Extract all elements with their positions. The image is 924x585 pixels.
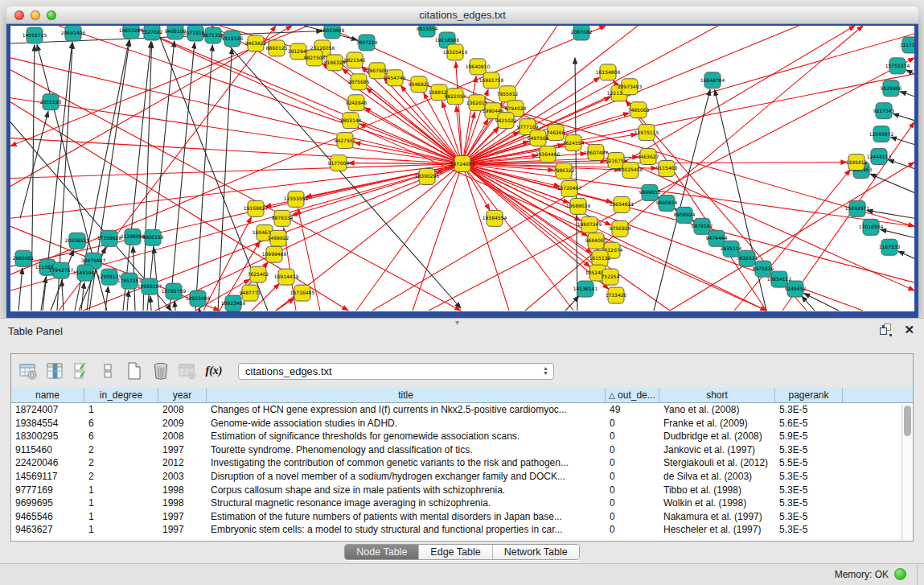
graph-node[interactable]: 9827508 bbox=[304, 50, 326, 66]
close-panel-icon[interactable]: ✕ bbox=[904, 324, 914, 336]
graph-node[interactable]: 9421022 bbox=[495, 113, 517, 129]
vertical-scrollbar[interactable] bbox=[901, 404, 913, 541]
graph-node[interactable]: 8860123 bbox=[266, 40, 288, 56]
graph-node[interactable]: 20206535 bbox=[65, 233, 90, 249]
table-mode-icon[interactable] bbox=[18, 360, 39, 381]
table-selector[interactable]: citations_edges.txt ▲▼ bbox=[238, 363, 554, 380]
graph-node[interactable]: 9806158 bbox=[142, 229, 164, 245]
column-header-in_degree[interactable]: in_degree bbox=[84, 388, 158, 402]
graph-node[interactable]: 12444113 bbox=[867, 149, 892, 165]
graph-node[interactable]: 746266 bbox=[547, 125, 565, 141]
graph-node[interactable]: 12093872 bbox=[869, 126, 894, 142]
tab-edge-table[interactable]: Edge Table bbox=[419, 545, 492, 559]
column-header-name[interactable]: name bbox=[11, 388, 84, 402]
table-row[interactable]: 1938455462009Genome-wide association stu… bbox=[11, 417, 913, 431]
graph-node[interactable]: 9427552 bbox=[335, 133, 356, 149]
network-window-titlebar[interactable]: citations_edges.txt bbox=[6, 6, 918, 24]
graph-node[interactable]: 8822057 bbox=[445, 89, 466, 105]
graph-node[interactable]: 1615132 bbox=[589, 250, 611, 266]
graph-node[interactable]: 8958924 bbox=[674, 207, 696, 223]
graph-node[interactable]: 15892971 bbox=[845, 200, 870, 216]
table-row[interactable]: 1830029562008Estimation of significance … bbox=[11, 430, 913, 443]
column-header-title[interactable]: title bbox=[207, 388, 606, 402]
graph-node[interactable]: 18807249 bbox=[577, 216, 602, 233]
float-panel-icon[interactable] bbox=[880, 323, 893, 336]
graph-node[interactable]: 1167533 bbox=[879, 239, 901, 255]
column-header-year[interactable]: year bbox=[158, 388, 207, 402]
graph-node[interactable]: 9546821 bbox=[409, 76, 430, 93]
graph-node[interactable]: 3624554 bbox=[563, 135, 585, 151]
graph-node[interactable]: 9756928 bbox=[610, 220, 631, 237]
graph-node[interactable]: 1499822 bbox=[268, 230, 290, 246]
graph-node[interactable]: 10688639 bbox=[566, 198, 591, 214]
function-builder-icon[interactable]: f(x) bbox=[203, 360, 224, 381]
table-row[interactable]: 946554611997Estimation of the future num… bbox=[11, 510, 913, 524]
table-row[interactable]: 946362711997Embryonic stem cells: a mode… bbox=[11, 523, 913, 537]
graph-node[interactable]: 9821546 bbox=[344, 52, 366, 68]
network-canvas[interactable]: 1405571520691406106532671527602946616010… bbox=[10, 26, 914, 311]
table-header-row[interactable]: namein_degreeyeartitle△ out_de...shortpa… bbox=[11, 388, 913, 403]
table-row[interactable]: 969969511998Structural magnetic resonanc… bbox=[11, 496, 913, 510]
graph-node[interactable]: 9899655 bbox=[639, 184, 661, 200]
graph-node[interactable]: 8471626 bbox=[753, 261, 774, 277]
graph-node[interactable]: 9671358 bbox=[203, 27, 224, 43]
graph-node[interactable]: 9115460 bbox=[656, 161, 678, 177]
graph-node[interactable]: 9242848 bbox=[346, 95, 368, 111]
tab-network-table[interactable]: Network Table bbox=[493, 545, 579, 559]
column-header-pagerank[interactable]: pagerank bbox=[775, 388, 843, 402]
panel-resize-grip[interactable]: ▾ bbox=[455, 318, 459, 327]
tab-node-table[interactable]: Node Table bbox=[345, 545, 419, 559]
show-columns-icon[interactable] bbox=[44, 360, 65, 381]
graph-node[interactable]: 7515526 bbox=[222, 31, 244, 47]
graph-node[interactable]: 9177004 bbox=[328, 155, 350, 171]
graph-node[interactable]: 7485063 bbox=[628, 102, 650, 118]
memory-status-icon[interactable] bbox=[894, 568, 906, 580]
table-row[interactable]: 977716911998Corpus callosum shape and si… bbox=[11, 484, 913, 497]
graph-node[interactable]: 9529966 bbox=[881, 80, 902, 97]
graph-node[interactable]: 9487771 bbox=[240, 285, 261, 301]
graph-node[interactable]: 7955812 bbox=[497, 86, 519, 102]
graph-node[interactable]: 16053809 bbox=[320, 26, 345, 39]
graph-node[interactable]: 19168827 bbox=[244, 200, 269, 216]
graph-node[interactable]: 2055190 bbox=[40, 94, 62, 110]
graph-node[interactable]: 7625402 bbox=[248, 266, 269, 282]
graph-node[interactable]: 7986322 bbox=[553, 163, 575, 179]
graph-node[interactable]: 19654921 bbox=[610, 196, 634, 212]
column-header-short[interactable]: short bbox=[659, 388, 775, 402]
table-row[interactable]: 1872400712008Changes of HCN gene express… bbox=[11, 403, 913, 417]
graph-node[interactable]: 8186328 bbox=[324, 55, 346, 71]
graph-node[interactable]: 9463822 bbox=[245, 35, 267, 51]
select-columns-icon[interactable] bbox=[71, 360, 92, 381]
graph-node[interactable]: 2985061 bbox=[13, 250, 35, 266]
graph-node[interactable]: 9840934 bbox=[656, 195, 678, 211]
graph-node[interactable]: 9463627 bbox=[638, 149, 659, 165]
graph-node[interactable]: 10653267 bbox=[119, 26, 144, 39]
graph-node[interactable]: 2875685 bbox=[348, 74, 370, 90]
graph-node[interactable]: 1733426 bbox=[606, 287, 627, 303]
graph-node[interactable]: 1595812 bbox=[846, 154, 868, 171]
graph-node[interactable]: 8878334 bbox=[272, 210, 294, 226]
new-document-icon[interactable] bbox=[124, 360, 145, 381]
table-row[interactable]: 1456911722003Disruption of a novel membe… bbox=[11, 470, 913, 484]
graph-node[interactable]: 12975115 bbox=[634, 125, 659, 141]
graph-node[interactable]: 19384554 bbox=[483, 210, 507, 226]
graph-node[interactable]: 9245652 bbox=[785, 281, 807, 297]
table-row[interactable]: 911546021997Tourette syndrome. Phenomeno… bbox=[11, 443, 913, 457]
graph-node[interactable]: 16648784 bbox=[700, 72, 725, 89]
graph-node[interactable]: 9227343 bbox=[873, 103, 895, 119]
graph-node[interactable]: 1527602 bbox=[142, 26, 163, 40]
graph-node[interactable]: 12353553 bbox=[284, 191, 309, 207]
graph-node[interactable]: 10782759 bbox=[162, 283, 187, 299]
graph-node[interactable]: 752254 bbox=[602, 269, 620, 285]
rows-icon[interactable] bbox=[97, 360, 118, 381]
column-header-out_degree[interactable]: △ out_de... bbox=[606, 388, 659, 402]
graph-node[interactable]: 16914479 bbox=[274, 269, 299, 285]
graph-node[interactable]: 1117305 bbox=[900, 37, 914, 53]
graph-node[interactable]: 2087682 bbox=[571, 26, 593, 40]
delete-icon[interactable] bbox=[150, 360, 171, 381]
table-row[interactable]: 2242004622012Investigating the contribut… bbox=[11, 456, 913, 470]
scrollbar-thumb[interactable] bbox=[904, 406, 911, 436]
graph-node[interactable]: 7857224 bbox=[356, 35, 378, 51]
graph-node[interactable]: 8813054 bbox=[417, 26, 438, 37]
graph-node[interactable]: 2803144 bbox=[340, 113, 362, 129]
